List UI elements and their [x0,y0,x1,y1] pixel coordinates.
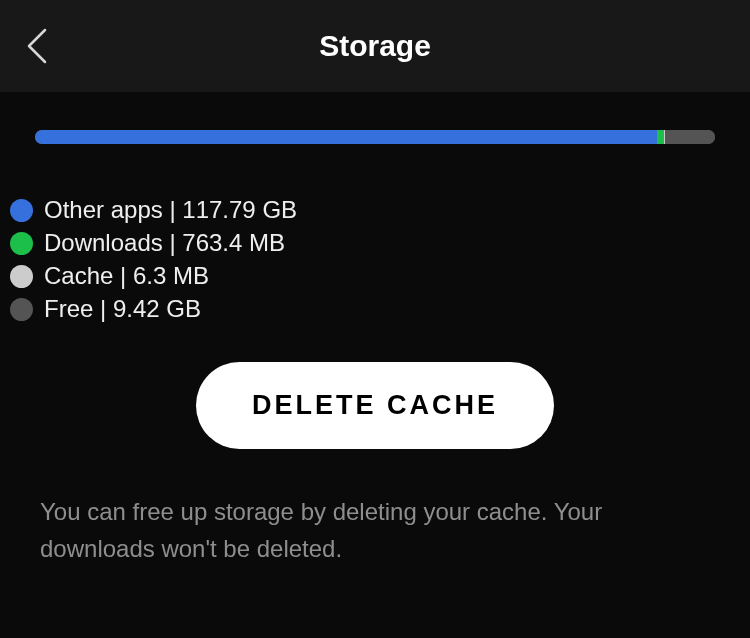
chevron-left-icon [24,26,50,66]
back-button[interactable] [24,26,50,66]
legend-dot-icon [10,199,33,222]
storage-bar-segment-other_apps [35,130,657,144]
legend-item: Cache | 6.3 MB [10,262,750,290]
legend-item: Free | 9.42 GB [10,295,750,323]
storage-bar-segment-free [665,130,715,144]
delete-cache-button[interactable]: DELETE CACHE [196,362,554,449]
legend-label: Free | 9.42 GB [44,295,201,323]
legend-label: Downloads | 763.4 MB [44,229,285,257]
page-title: Storage [0,29,750,63]
legend-item: Downloads | 763.4 MB [10,229,750,257]
content-area: Other apps | 117.79 GBDownloads | 763.4 … [0,130,750,567]
legend-dot-icon [10,265,33,288]
cache-description: You can free up storage by deleting your… [40,493,710,567]
legend-dot-icon [10,298,33,321]
legend-label: Other apps | 117.79 GB [44,196,297,224]
legend-dot-icon [10,232,33,255]
legend-label: Cache | 6.3 MB [44,262,209,290]
storage-bar-segment-downloads [657,130,664,144]
storage-legend: Other apps | 117.79 GBDownloads | 763.4 … [10,196,750,323]
header-bar: Storage [0,0,750,92]
legend-item: Other apps | 117.79 GB [10,196,750,224]
storage-usage-bar [35,130,715,144]
